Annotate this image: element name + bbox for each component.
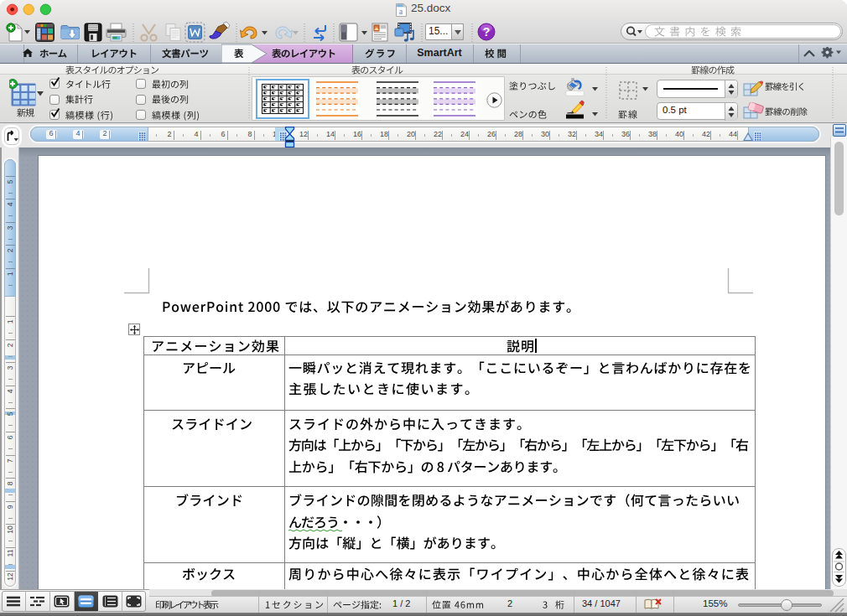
svg-text:a: a [399, 7, 403, 16]
svg-text:?: ? [483, 25, 491, 39]
